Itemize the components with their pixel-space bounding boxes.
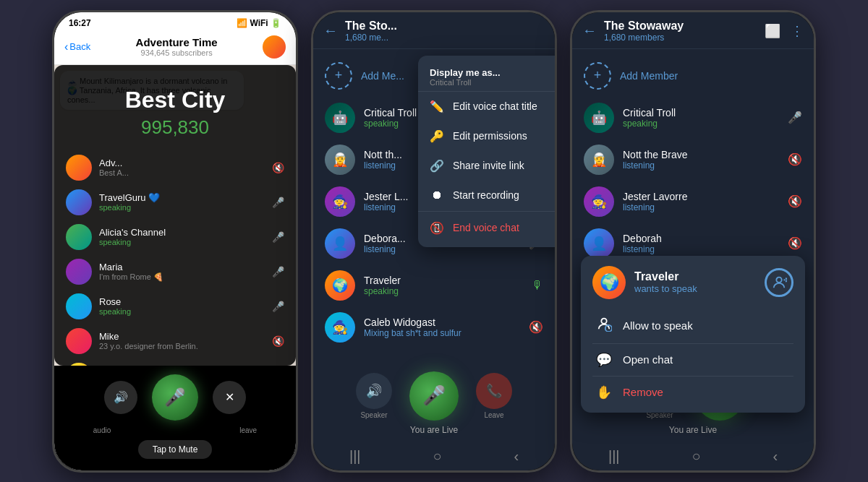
add-member-button[interactable]: + Add Member — [572, 55, 814, 97]
member-info: Traveler speaking — [364, 275, 523, 296]
nav-back-icon[interactable]: ‹ — [773, 448, 778, 465]
status-icons: 📶 WiFi 🔋 — [237, 18, 281, 28]
remove-button[interactable]: ✋ Remove — [592, 376, 793, 408]
mic-icon: 🔇 — [529, 320, 543, 334]
vc-avatar-1 — [66, 155, 92, 181]
add-icon: + — [584, 62, 611, 90]
allow-to-speak-button[interactable]: Allow to speak — [592, 308, 793, 344]
nav-bar: ||| ○ ‹ — [313, 442, 555, 470]
vc-user: Mike 23 y.o. designer from Berlin. 🔇 — [63, 324, 287, 358]
back-button[interactable]: ← — [582, 22, 597, 39]
display-as-label: Display me as... — [430, 67, 555, 78]
screen-share-icon[interactable]: ⬜ — [765, 23, 780, 39]
avatar: 🧝 — [325, 145, 355, 175]
avatar: 🤖 — [584, 103, 614, 133]
share-link-item[interactable]: 🔗 Share invite link — [418, 151, 555, 181]
mic-icon: 🎤 — [272, 231, 284, 243]
mic-icon: 🎤 — [788, 111, 802, 124]
back-button[interactable]: ‹ Back — [64, 40, 90, 53]
remove-label: Remove — [623, 386, 663, 398]
popup-user-info: Traveler wants to speak — [634, 270, 756, 294]
context-display-header: Display me as... Critical Troll — [418, 60, 555, 92]
start-recording-item[interactable]: ⏺ Start recording — [418, 181, 555, 210]
audio-button[interactable]: 🔊 — [104, 381, 137, 414]
leave-label: leave — [239, 426, 257, 434]
voice-controls: 🔊 🎤 ✕ audio . leave Tap to Mute — [54, 366, 296, 470]
screenshots-container: 16:27 📶 WiFi 🔋 ‹ Back Adventure Time 934… — [0, 0, 868, 482]
vc-count: 995,830 — [141, 116, 209, 139]
group-title: The Stowaway — [604, 20, 757, 33]
member-jester: 🧙 Jester Lavorre listening 🔇 — [572, 181, 814, 223]
live-text: You are Live — [669, 425, 717, 435]
speaker-button[interactable]: 🔊 — [356, 373, 392, 409]
mic-button[interactable]: 🎤 — [152, 374, 198, 421]
popup-avatar: 🌍 — [592, 266, 626, 299]
member-name: Traveler — [364, 275, 523, 286]
channel-title: Adventure Time — [90, 36, 263, 48]
member-nott: 🧝 Nott the Brave listening 🔇 — [572, 139, 814, 181]
edit-perms-item[interactable]: 🔑 Edit permissions — [418, 121, 555, 151]
channel-avatar — [263, 35, 286, 59]
vc-user-info: Adv... Best A... — [99, 158, 265, 177]
popup-user-name: Traveler — [634, 270, 756, 283]
back-button[interactable]: ← — [323, 22, 338, 39]
member-info: Nott the Brave listening — [623, 149, 779, 171]
vc-user-info: Rose speaking — [99, 296, 265, 316]
share-link-label: Share invite link — [453, 160, 524, 171]
avatar: 🧙 — [584, 186, 614, 217]
avatar: 🧝 — [584, 145, 614, 175]
allow-to-speak-label: Allow to speak — [623, 319, 693, 332]
mic-muted-icon: 🔇 — [272, 335, 284, 347]
speaker-control: 🔊 Speaker — [356, 373, 392, 419]
nav-home-icon[interactable]: ○ — [692, 448, 700, 465]
popup-actions: Allow to speak 💬 Open chat ✋ Remove — [592, 308, 793, 408]
mic-icon: 🎤 — [272, 197, 284, 208]
more-icon[interactable]: ⋮ — [791, 23, 804, 39]
open-chat-button[interactable]: 💬 Open chat — [592, 344, 793, 376]
edit-title-item[interactable]: ✏️ Edit voice chat title — [418, 92, 555, 121]
vc-avatar-3 — [66, 224, 92, 250]
start-recording-label: Start recording — [453, 189, 519, 201]
status-bar: 16:27 📶 WiFi 🔋 — [54, 12, 296, 31]
edit-perms-label: Edit permissions — [453, 130, 527, 142]
mic-icon: 🎤 — [272, 266, 284, 277]
member-name: Jester Lavorre — [623, 191, 779, 202]
member-status: listening — [623, 160, 779, 171]
tg-header: ← The Stowaway 1,680 members ⬜ ⋮ — [572, 12, 814, 49]
leave-button[interactable]: ✕ — [213, 381, 246, 414]
mic-icon: 🔇 — [788, 194, 802, 208]
channel-header: ‹ Back Adventure Time 934,645 subscriber… — [54, 31, 296, 65]
vc-user-info: Alicia's Channel speaking — [99, 227, 265, 246]
vc-user-status: I'm from Rome 🍕 — [99, 272, 265, 282]
avatar: 🧙 — [325, 186, 355, 217]
nav-menu-icon[interactable]: ||| — [608, 448, 620, 465]
member-status: listening — [623, 244, 779, 254]
nav-back-icon[interactable]: ‹ — [514, 448, 519, 465]
vc-user: Maria I'm from Rome 🍕 🎤 — [63, 254, 287, 289]
audio-label: audio — [93, 426, 111, 434]
group-title: The Sto... — [345, 20, 545, 33]
tap-to-mute[interactable]: Tap to Mute — [138, 440, 213, 459]
avatar: 🌍 — [325, 270, 355, 301]
nav-menu-icon[interactable]: ||| — [349, 448, 361, 465]
back-label: Back — [69, 41, 90, 52]
link-icon: 🔗 — [430, 159, 444, 173]
end-voice-item[interactable]: 📵 End voice chat — [418, 213, 555, 243]
vc-user-info: TravelGuru 💙 speaking — [99, 192, 265, 212]
phone-end-icon: 📵 — [430, 221, 444, 235]
vc-user-status: 23 y.o. designer from Berlin. — [99, 342, 265, 350]
tg-controls: 🔊 Speaker 🎤 📞 Leave — [356, 371, 512, 421]
live-text: You are Live — [410, 425, 458, 435]
vc-user-name: TravelGuru 💙 — [99, 192, 265, 203]
key-icon: 🔑 — [430, 129, 444, 143]
vc-avatar-5 — [66, 293, 92, 319]
popup-user-status: wants to speak — [634, 283, 756, 294]
member-info: Critical Troll speaking — [623, 107, 779, 129]
back-chevron-icon: ‹ — [64, 40, 68, 53]
mic-button[interactable]: 🎤 — [409, 371, 459, 421]
mic-icon: 🔇 — [272, 162, 284, 173]
leave-button[interactable]: 📞 — [476, 373, 512, 409]
record-icon: ⏺ — [430, 189, 444, 202]
vc-user-status: speaking — [99, 203, 265, 212]
nav-home-icon[interactable]: ○ — [433, 448, 441, 465]
